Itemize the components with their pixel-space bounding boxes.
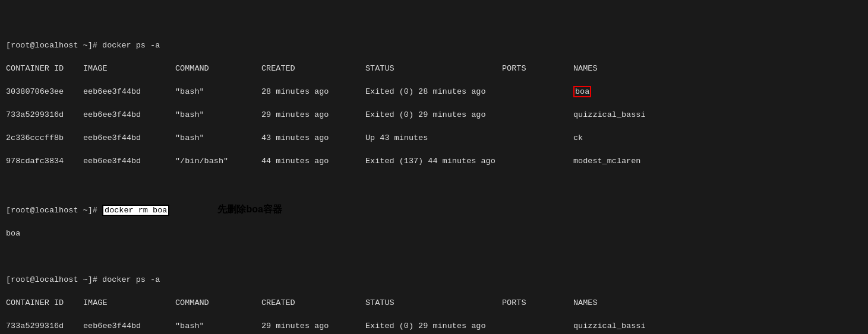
prompt-1: [root@localhost ~]# docker ps -a: [6, 41, 160, 50]
headers-1: CONTAINER IDIMAGECOMMANDCREATEDSTATUSPOR…: [6, 63, 862, 75]
row-1-4: 978cdafc3834eeb6ee3f44bd"/bin/bash"44 mi…: [6, 155, 862, 167]
terminal-window: [root@localhost ~]# docker ps -a CONTAIN…: [0, 0, 868, 334]
row-2-1: 733a5299316deeb6ee3f44bd"bash"29 minutes…: [6, 320, 862, 332]
cmd-rm-boa: docker rm boa: [102, 205, 169, 216]
prompt-2: [root@localhost ~]# docker ps -a: [6, 275, 160, 284]
row-1-2: 733a5299316deeb6ee3f44bd"bash"29 minutes…: [6, 109, 862, 121]
row-1-3: 2c336cccff8beeb6ee3f44bd"bash"43 minutes…: [6, 132, 862, 144]
line-cmd1: [root@localhost ~]# docker rm boa 先删除boa…: [6, 202, 862, 217]
output-boa: boa: [6, 228, 862, 240]
line-1: [root@localhost ~]# docker ps -a: [6, 40, 862, 52]
row-1-1: 30380706e3eeeeb6ee3f44bd"bash"28 minutes…: [6, 86, 862, 98]
name-boa-box: boa: [573, 86, 591, 97]
annotation-1: 先删除boa容器: [217, 204, 282, 214]
prompt-cmd1: [root@localhost ~]#: [6, 206, 102, 215]
headers-2: CONTAINER IDIMAGECOMMANDCREATEDSTATUSPOR…: [6, 297, 862, 309]
line-2: [root@localhost ~]# docker ps -a: [6, 274, 862, 286]
